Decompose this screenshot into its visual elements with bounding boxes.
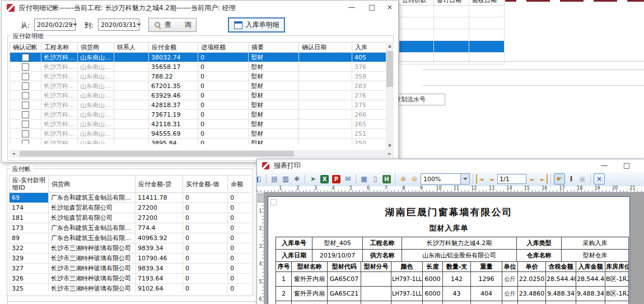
checkbox[interactable]	[22, 63, 29, 71]
export-icon[interactable]: ➤	[308, 174, 318, 184]
to-date-combo[interactable]: 2020/03/31	[98, 19, 139, 31]
column-header[interactable]: 单价	[518, 262, 546, 272]
checkbox[interactable]	[22, 102, 29, 109]
close-preview-icon[interactable]: ×	[594, 173, 605, 185]
column-header[interactable]: 实付金额-借	[183, 176, 228, 193]
zoom-in-icon[interactable]: ⊕	[398, 174, 408, 184]
column-header[interactable]: 型材名称	[292, 262, 328, 272]
table-row[interactable]: 长沙万科魅力...山东南山铝业...3895.840型材250	[10, 139, 386, 145]
column-header[interactable]: 合同价款	[399, 0, 434, 6]
column-header[interactable]: 进项税额	[198, 43, 249, 53]
column-header[interactable]: 长度	[423, 262, 443, 272]
column-header[interactable]: 确认日期	[299, 43, 352, 53]
table-row[interactable]: 长沙万科魅力...山东南山铝业...35658.170型材376	[10, 62, 386, 72]
column-header[interactable]: 供货商	[78, 43, 114, 53]
checkbox[interactable]	[22, 92, 29, 99]
table-row[interactable]: 长沙万科魅力...山东南山铝业...73671.190型材266	[10, 110, 386, 119]
last-page-icon[interactable]: ►	[539, 174, 548, 184]
page-number-input[interactable]	[497, 174, 526, 184]
table-row[interactable]: 329长沙市三湘特种玻璃有限公司10790.4600	[10, 254, 251, 264]
from-date-dropdown[interactable]	[72, 19, 77, 30]
table-row[interactable]: 长沙万科魅力...山东南山铝业...94555.690型材251	[10, 129, 386, 139]
column-header[interactable]: 确认记帐	[10, 43, 41, 53]
close-button[interactable]: ×	[382, 1, 397, 14]
excel-export-icon[interactable]: X	[320, 175, 329, 183]
text-select-tool-icon[interactable]: I	[566, 174, 576, 184]
column-header[interactable]: 序号	[276, 262, 292, 272]
prev-page-icon[interactable]: ◄	[486, 174, 496, 184]
first-page-icon[interactable]: ◄	[476, 174, 485, 184]
report-close-button[interactable]: ×	[640, 159, 644, 172]
column-header[interactable]: 供货商	[49, 176, 136, 193]
table-row[interactable]	[399, 6, 505, 17]
table-row[interactable]	[399, 29, 505, 41]
save-icon[interactable]: ▦	[359, 174, 369, 184]
print-icon[interactable]: ▤	[269, 174, 279, 184]
detail-vscroll-thumb[interactable]	[386, 51, 393, 87]
page-setup-icon[interactable]: ▯	[370, 174, 380, 184]
table-row[interactable]: 长沙万科魅力...山东南山铝业...38032.740型材405	[10, 53, 386, 62]
table-row[interactable]: 326长沙市三湘特种玻璃有限公司7193.6400	[10, 274, 251, 284]
column-header[interactable]: 颜色	[391, 262, 423, 272]
table-row[interactable]: 327长沙市三湘特种玻璃有限公司9839.3400	[10, 264, 251, 274]
to-date-dropdown[interactable]	[136, 19, 141, 30]
query-button[interactable]: 查 询	[148, 18, 197, 32]
table-row[interactable]: 173广东合和建筑五金制品有限公司774.400	[10, 223, 251, 233]
inbound-detail-button[interactable]: 入库单明细	[228, 17, 285, 33]
column-header[interactable]: 型材分号	[361, 262, 391, 272]
table-row[interactable]: 174长沙坦森贸易有限公司2720000	[10, 203, 251, 213]
table-row[interactable]: 1窗外开内扇GA65C07LH797-1LL60001421296公斤22.02…	[276, 272, 629, 287]
settings-icon[interactable]: ✱	[292, 174, 302, 184]
table-row[interactable]: 325长沙市三湘特种玻璃有限公司9102.6400	[10, 284, 251, 293]
column-header[interactable]: 应-实付款明细ID	[10, 176, 49, 193]
column-header[interactable]: 验收日期	[469, 0, 505, 6]
book-icon[interactable]: ▥	[281, 174, 291, 184]
zoom-dropdown[interactable]	[460, 174, 469, 184]
column-header[interactable]: 余额	[228, 176, 251, 193]
table-row[interactable]: 入库单号型材_405工程名称长沙万科魅力之城4.2期入库类型采购入库	[276, 237, 629, 250]
zoom-out-icon[interactable]: ⊖	[409, 174, 419, 184]
table-row[interactable]: 长沙万科魅力...山东南山铝业...63929.460型材276	[10, 91, 386, 100]
checkbox[interactable]	[22, 140, 29, 144]
checkbox[interactable]	[22, 82, 29, 90]
table-row[interactable]: 长沙万科魅力...山东南山铝业...788.220型材358	[10, 72, 386, 81]
html-export-icon[interactable]: H	[382, 175, 391, 183]
table-row[interactable]: 长沙万科魅力...山东南山铝业...42818.370型材275	[10, 100, 386, 110]
column-header[interactable]: 应付金额-贷	[136, 176, 183, 193]
minimize-button[interactable]: —	[342, 1, 361, 14]
column-header[interactable]: 入库金额	[576, 262, 605, 272]
table-row[interactable]: 2窗外开内扇GA65C21LH797-1LL600043404公斤23.4860…	[276, 287, 629, 301]
column-header[interactable]: 联系人	[114, 43, 149, 53]
table-row[interactable]: 322长沙市三湘特种玻璃有限公司9839.3400	[10, 243, 251, 254]
table-row[interactable]: 长沙万科魅力...山东南山铝业...42118.310型材265	[10, 119, 386, 129]
scroll-up-icon[interactable]: ▲	[386, 42, 394, 50]
detail-titlebar[interactable]: 应付明细记帐------当前工程: 长沙万科魅力之城4.2期------当前用户…	[2, 1, 398, 15]
column-header[interactable]: 应付金额	[149, 43, 198, 53]
next-page-icon[interactable]: ►	[528, 174, 538, 184]
table-row[interactable]	[399, 17, 505, 29]
table-row[interactable]	[399, 53, 505, 65]
report-titlebar[interactable]: 报表打印	[257, 159, 644, 172]
copy-icon[interactable]: ▣	[577, 174, 587, 184]
table-row[interactable]: 181长沙坦森贸易有限公司2720000	[10, 213, 251, 223]
scroll-right-icon[interactable]: ►	[386, 150, 394, 158]
checkbox[interactable]	[22, 111, 29, 118]
column-header[interactable]: 工程名称	[41, 43, 78, 53]
table-row[interactable]: 入库日期2019/10/07供方名称山东南山铝业股份有限公司仓库名称型材仓库	[276, 250, 629, 262]
column-header[interactable]: 含税金额	[546, 262, 576, 272]
column-header[interactable]: 库房库位	[605, 262, 629, 272]
column-header[interactable]: 签订日期	[434, 0, 469, 6]
pdf-export-icon[interactable]: P	[332, 175, 340, 183]
scroll-down-icon[interactable]: ▼	[386, 142, 394, 150]
report-minimize-button[interactable]: —	[595, 159, 614, 172]
payable-table[interactable]: 应-实付款明细ID供货商应付金额-贷实付金额-借余额 69广东合和建筑五金制品有…	[9, 175, 251, 293]
detail-hscroll-thumb[interactable]	[20, 151, 294, 156]
column-header[interactable]: 重量	[471, 262, 502, 272]
table-row[interactable]: 69广东合和建筑五金制品有限公司11411.7800	[10, 193, 251, 203]
column-header[interactable]: 型材代码	[328, 262, 361, 272]
report-maximize-button[interactable]: □	[617, 159, 636, 172]
table-row[interactable]	[399, 41, 505, 53]
hand-tool-icon[interactable]: ☛	[554, 173, 565, 185]
detail-table[interactable]: 确认记帐工程名称供货商联系人应付金额进项税额摘要确认日期入库 长沙万科魅力...…	[10, 42, 386, 144]
flow-number-box[interactable]: 计划流水号	[398, 94, 445, 105]
